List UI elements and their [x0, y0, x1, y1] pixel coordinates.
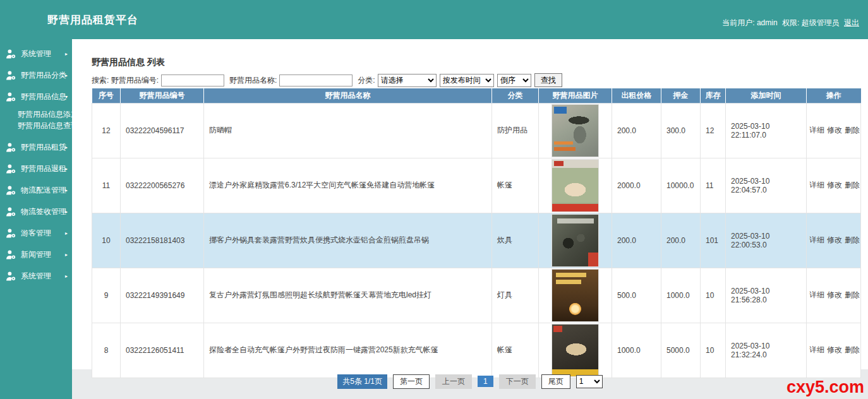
- cell-deposit: 1000.0: [661, 268, 701, 323]
- table-row: 12 03222204596117 防晒帽 防护用品 200.0 300.0 1…: [92, 103, 861, 158]
- app-title: 野营用品租赁平台: [47, 13, 138, 27]
- cell-name: 复古户外露营灯氛围感照明超长续航野营帐篷天幕营地充电led挂灯: [204, 268, 492, 323]
- first-page-button[interactable]: 第一页: [393, 374, 430, 389]
- cell-deposit: 5000.0: [661, 323, 701, 378]
- cell-deposit: 200.0: [661, 213, 701, 268]
- edit-link[interactable]: 修改: [827, 290, 842, 299]
- user-info: 当前用户: admin 权限: 超级管理员 退出: [720, 18, 859, 28]
- sidebar-item-return[interactable]: 野营用品退租 ▸: [0, 158, 72, 179]
- category-label: 分类:: [358, 75, 375, 86]
- cell-code: 03222158181403: [121, 213, 204, 268]
- user-gear-icon: [6, 164, 16, 174]
- cell-category: 帐篷: [492, 323, 539, 378]
- cell-category: 帐篷: [492, 158, 539, 213]
- user-gear-icon: [6, 206, 16, 217]
- sidebar-item-label: 系统管理: [21, 49, 51, 59]
- detail-link[interactable]: 详细: [809, 126, 824, 134]
- col-image: 野营用品图片: [539, 88, 612, 103]
- sort-order-select[interactable]: 倒序: [497, 74, 531, 87]
- user-gear-icon: [6, 228, 16, 239]
- col-category: 分类: [492, 88, 539, 103]
- detail-link[interactable]: 详细: [809, 345, 824, 354]
- delete-link[interactable]: 删除: [845, 290, 860, 299]
- cell-no: 8: [92, 323, 121, 378]
- product-name-input[interactable]: [279, 74, 353, 86]
- col-ops: 操作: [807, 88, 861, 103]
- cell-no: 10: [92, 213, 121, 268]
- search-code-label: 搜索: 野营用品编号:: [92, 75, 159, 86]
- col-name: 野营用品名称: [204, 88, 492, 103]
- cell-stock: 10: [701, 268, 726, 323]
- next-page-button[interactable]: 下一页: [499, 374, 536, 389]
- edit-link[interactable]: 修改: [827, 126, 842, 134]
- user-gear-icon: [6, 49, 16, 59]
- category-select[interactable]: 请选择: [378, 74, 437, 87]
- sidebar-item-label: 物流配送管理: [21, 185, 66, 196]
- cell-category: 灯具: [492, 268, 539, 323]
- sidebar-item-logistics-delivery[interactable]: 物流配送管理 ▸: [0, 179, 72, 201]
- cell-price: 1000.0: [612, 323, 661, 378]
- search-button[interactable]: 查找: [534, 73, 562, 87]
- cell-stock: 10: [701, 323, 726, 378]
- sidebar-subitem-product-add[interactable]: 野营用品信息添加: [18, 109, 72, 120]
- chevron-right-icon: ▸: [65, 145, 68, 150]
- sidebar-item-category[interactable]: 野营用品分类 ▸: [0, 64, 72, 86]
- edit-link[interactable]: 修改: [827, 235, 842, 244]
- sidebar: 系统管理 ▸ 野营用品分类 ▸ 野营用品信息 ▾ 野营用品信息添加 野营用品信息…: [0, 39, 72, 399]
- user-gear-icon: [6, 92, 16, 102]
- sidebar-item-label: 野营用品分类: [21, 70, 66, 81]
- sidebar-item-label: 新闻管理: [21, 249, 51, 260]
- cell-price: 2000.0: [612, 158, 661, 213]
- sidebar-item-logistics-sign[interactable]: 物流签收管理 ▸: [0, 201, 72, 222]
- sidebar-submenu: 野营用品信息添加 野营用品信息查询: [0, 107, 72, 136]
- sidebar-item-label: 野营用品退租: [21, 164, 66, 174]
- product-image: [552, 269, 599, 322]
- current-user-label: 当前用户: admin: [722, 18, 777, 27]
- pagination: 共5条 1/1页 第一页 上一页 1 下一页 尾页 1: [72, 374, 868, 388]
- cell-category: 炊具: [492, 213, 539, 268]
- sidebar-item-rental[interactable]: 野营用品租赁 ▸: [0, 136, 72, 158]
- cell-code: 03222126051411: [121, 323, 204, 378]
- cell-stock: 11: [701, 158, 726, 213]
- edit-link[interactable]: 修改: [827, 181, 842, 189]
- prev-page-button[interactable]: 上一页: [435, 374, 472, 389]
- detail-link[interactable]: 详细: [809, 235, 824, 244]
- cell-name: 漂途户外家庭精致露营6.3/12平大空间充气帐篷免搭建自动营地帐篷: [204, 158, 492, 213]
- delete-link[interactable]: 删除: [845, 126, 860, 134]
- sidebar-item-visitor[interactable]: 游客管理 ▸: [0, 222, 72, 244]
- cell-time: 2025-03-10 22:11:07.0: [726, 103, 807, 158]
- product-image: [552, 104, 599, 157]
- delete-link[interactable]: 删除: [845, 235, 860, 244]
- pagination-summary: 共5条 1/1页: [337, 374, 387, 389]
- product-code-input[interactable]: [161, 74, 224, 86]
- delete-link[interactable]: 删除: [845, 181, 860, 189]
- sidebar-item-system-manage-1[interactable]: 系统管理 ▸: [0, 43, 72, 64]
- cell-category: 防护用品: [492, 103, 539, 158]
- user-gear-icon: [6, 142, 16, 153]
- cell-code: 03222149391649: [121, 268, 204, 323]
- delete-link[interactable]: 删除: [845, 345, 860, 354]
- sidebar-item-label: 野营用品租赁: [21, 142, 66, 153]
- last-page-button[interactable]: 尾页: [541, 374, 570, 389]
- chevron-right-icon: ▸: [65, 209, 68, 215]
- page-number-select[interactable]: 1: [576, 375, 603, 388]
- col-price: 出租价格: [612, 88, 661, 103]
- detail-link[interactable]: 详细: [809, 290, 824, 299]
- edit-link[interactable]: 修改: [827, 345, 842, 354]
- product-image: [552, 214, 599, 267]
- table-row: 11 03222200565276 漂途户外家庭精致露营6.3/12平大空间充气…: [92, 158, 861, 213]
- logout-link[interactable]: 退出: [844, 18, 859, 27]
- sort-field-select[interactable]: 按发布时间: [440, 74, 494, 87]
- cell-time: 2025-03-10 21:32:24.0: [726, 323, 807, 378]
- cell-price: 200.0: [612, 213, 661, 268]
- sidebar-item-news[interactable]: 新闻管理 ▸: [0, 244, 72, 265]
- table-row: 9 03222149391649 复古户外露营灯氛围感照明超长续航野营帐篷天幕营…: [92, 268, 861, 323]
- sidebar-subitem-product-query[interactable]: 野营用品信息查询: [18, 120, 72, 131]
- cell-deposit: 10000.0: [661, 158, 701, 213]
- detail-link[interactable]: 详细: [809, 181, 824, 189]
- sidebar-item-product-info[interactable]: 野营用品信息 ▾: [0, 86, 72, 107]
- watermark-text: cxy5.com: [787, 378, 864, 397]
- col-deposit: 押金: [661, 88, 701, 103]
- sidebar-item-label: 游客管理: [21, 228, 51, 239]
- sidebar-item-system-manage-2[interactable]: 系统管理 ▸: [0, 265, 72, 287]
